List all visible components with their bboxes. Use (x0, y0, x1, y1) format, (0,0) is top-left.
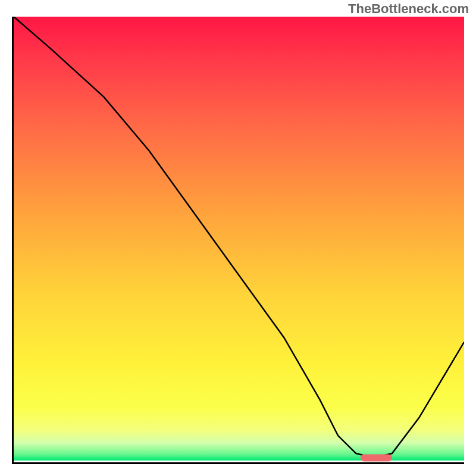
plot-area (12, 17, 464, 464)
chart-svg (14, 17, 464, 462)
watermark-text: TheBottleneck.com (348, 1, 469, 17)
background-rect (14, 17, 464, 461)
min-marker (361, 455, 392, 462)
